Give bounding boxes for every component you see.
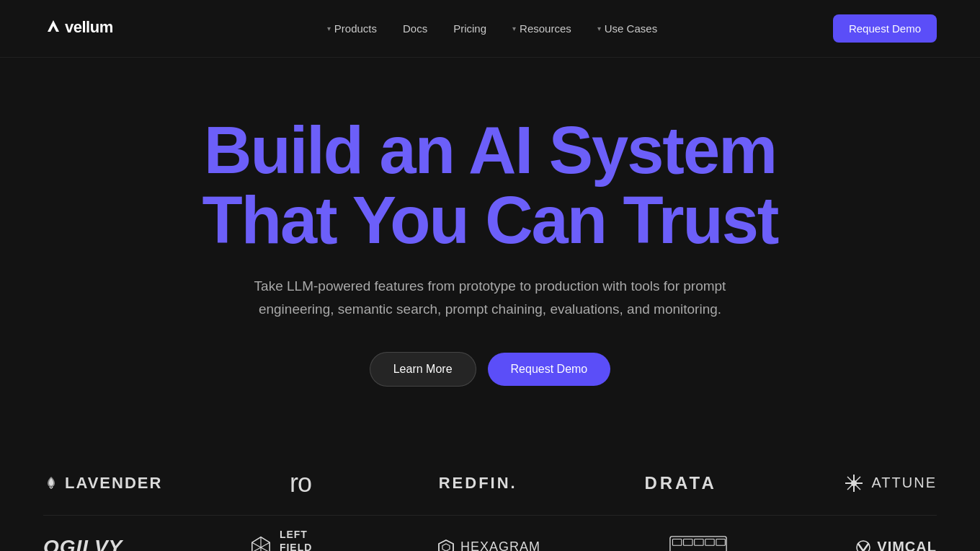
svg-marker-10: [439, 540, 453, 551]
nav-docs[interactable]: Docs: [393, 17, 437, 40]
hero-title-line2: That You Can Trust: [202, 183, 778, 257]
logo-redfin: REDFIN.: [439, 472, 517, 495]
nav-request-demo-button[interactable]: Request Demo: [833, 14, 937, 43]
nav-resources[interactable]: ▾ Resources: [502, 17, 582, 40]
nav-products[interactable]: ▾ Products: [317, 17, 387, 40]
nav-pricing-label: Pricing: [453, 22, 486, 35]
nav-resources-label: Resources: [520, 22, 571, 35]
hero-title-line1: Build an AI System: [204, 113, 776, 187]
logo[interactable]: vellum: [43, 13, 151, 44]
svg-rect-15: [694, 539, 703, 545]
hero-section: Build an AI System That You Can Trust Ta…: [0, 58, 980, 430]
logo-ro: ro: [290, 472, 311, 495]
nav-docs-label: Docs: [403, 22, 427, 35]
hero-buttons: Learn More Request Demo: [370, 352, 611, 387]
logo-codingscape: codingscape_: [666, 536, 731, 551]
svg-rect-17: [716, 539, 725, 545]
chevron-down-icon: ▾: [512, 25, 516, 32]
svg-marker-11: [442, 544, 450, 551]
svg-point-5: [851, 480, 857, 486]
logo-drata: DRATA: [644, 472, 716, 495]
svg-rect-13: [672, 539, 681, 545]
navbar: vellum ▾ Products Docs Pricing ▾ Resourc…: [0, 0, 980, 58]
logo-hexagram: Hexagram: [437, 536, 540, 551]
logo-ogilvy: Ogilvy: [43, 536, 122, 551]
svg-rect-16: [705, 539, 713, 545]
logos-divider: [43, 515, 937, 516]
logos-row-2: Ogilvy LeftFieldLabs Hexagram: [43, 523, 937, 551]
logo-attune: attune: [844, 472, 937, 495]
logos-row-1: LAVENDER ro REDFIN. DRATA: [43, 459, 937, 508]
hero-subtitle: Take LLM-powered features from prototype…: [245, 275, 735, 320]
nav-use-cases[interactable]: ▾ Use Cases: [587, 17, 667, 40]
svg-rect-14: [683, 539, 692, 545]
logo-lavender: LAVENDER: [43, 472, 162, 495]
svg-text:vellum: vellum: [65, 18, 113, 36]
nav-pricing[interactable]: Pricing: [443, 17, 496, 40]
learn-more-button[interactable]: Learn More: [370, 352, 476, 387]
logo-vimcal: vimcal: [855, 536, 937, 551]
logos-section: LAVENDER ro REDFIN. DRATA: [0, 430, 980, 551]
chevron-down-icon: ▾: [597, 25, 601, 32]
hero-title: Build an AI System That You Can Trust: [202, 115, 778, 255]
nav-use-cases-label: Use Cases: [605, 22, 657, 35]
request-demo-button[interactable]: Request Demo: [488, 353, 611, 386]
logo-leftfieldlabs: LeftFieldLabs: [248, 536, 312, 551]
chevron-down-icon: ▾: [327, 25, 331, 32]
nav-products-label: Products: [334, 22, 377, 35]
nav-links: ▾ Products Docs Pricing ▾ Resources ▾ Us…: [317, 17, 667, 40]
